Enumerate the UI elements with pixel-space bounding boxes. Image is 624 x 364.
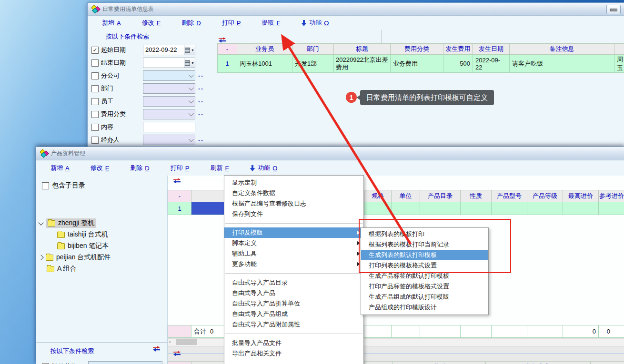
menu-item-custom-condition[interactable]: 自定义条件数据 [224, 188, 363, 198]
branch-checkbox[interactable] [91, 72, 99, 79]
menu-item-export-files[interactable]: 导出产品相关文件 [224, 348, 363, 359]
browse-button[interactable]: ·· [198, 137, 204, 144]
menu-item-save-file[interactable]: 保存到文件 [224, 209, 363, 219]
col-dictionary[interactable]: 数据字典 [486, 361, 591, 364]
submenu-item-generate-composition-template[interactable]: 生成产品组成的默认打印模版 [361, 292, 488, 302]
menu-item-import-attrs[interactable]: 自由式导入产品附加属性 [224, 319, 363, 330]
submenu-item-print-current[interactable]: 根据列表的模板打印当前记录 [361, 239, 488, 250]
col-ref-price[interactable]: 参考进价 [599, 190, 624, 202]
menu-print[interactable]: 打印P [222, 19, 241, 27]
swap-columns-icon[interactable] [173, 178, 181, 184]
tree-node-bijiben[interactable]: bijiben 笔记本 [39, 240, 165, 252]
col-seq[interactable]: - [168, 190, 191, 202]
expense-filter-panel: 按以下条件检索 ✓ 起始日期 2022-09-22 ▼ 结束日期 ▼ [91, 32, 216, 147]
menu-item-display-custom[interactable]: 显示定制 [224, 177, 363, 188]
browse-button[interactable]: ·· [198, 98, 204, 105]
menu-item-print-templates[interactable]: 打印及模版 [224, 227, 363, 238]
menu-add[interactable]: 新增A [102, 19, 121, 27]
col-seq[interactable] [168, 361, 191, 364]
handler-select[interactable] [143, 135, 195, 145]
col-salesman[interactable]: 业务员 [237, 43, 292, 55]
calendar-button[interactable]: ▼ [184, 45, 195, 55]
menu-item-import-conv-unit[interactable]: 自由式导入产品折算单位 [224, 298, 363, 309]
menu-print[interactable]: 打印P [171, 164, 190, 172]
submenu-item-generate-list-template[interactable]: 生成列表的默认打印模板 [361, 250, 488, 260]
calendar-button[interactable]: ▼ [184, 58, 195, 68]
menu-functions[interactable]: 功能O [301, 19, 329, 27]
submenu-item-print-by-template[interactable]: 根据列表的模板打印 [361, 229, 488, 239]
menu-add[interactable]: 新增A [50, 164, 70, 172]
col-title[interactable]: 标题 [334, 43, 391, 55]
col-max-price[interactable]: 最高进价 [563, 190, 599, 202]
menu-item-view-log[interactable]: 根据产品编号查看修改日志 [224, 198, 363, 209]
col-department[interactable]: 部门 [292, 43, 334, 55]
menu-refresh[interactable]: 刷新F [210, 164, 229, 172]
col-seq[interactable]: - [217, 43, 237, 55]
filter-label: 结束日期 [101, 59, 143, 67]
tree-node-a-zuhe[interactable]: A 组合 [39, 263, 165, 275]
minimize-button[interactable] [606, 5, 621, 14]
menu-extract[interactable]: 提取F [262, 19, 280, 27]
browse-button[interactable]: ·· [198, 72, 204, 79]
employee-select[interactable] [143, 96, 195, 107]
menu-item-script[interactable]: 脚本定义 [224, 238, 363, 248]
startdate-checkbox[interactable]: ✓ [91, 47, 99, 54]
col-catalog[interactable]: 产品目录 [420, 190, 461, 202]
browse-button[interactable]: ·· [198, 111, 204, 118]
tree-node-taishiji[interactable]: taishiji 台式机 [39, 229, 165, 240]
expense-table-row[interactable]: 1 周玉林1001 开发1部 20220922北京出差费用 业务费用 500 2… [217, 55, 624, 73]
content-input[interactable] [143, 122, 195, 132]
menu-item-import-product[interactable]: 自由式导入产品 [224, 288, 363, 298]
col-type[interactable]: 类型 [393, 361, 486, 364]
menu-item-batch-import[interactable]: 批量导入产品文件 [224, 338, 363, 348]
browse-button[interactable]: ·· [198, 85, 204, 92]
menu-item-more[interactable]: 更多功能 [224, 259, 363, 269]
menu-item-aux-tools[interactable]: 辅助工具 [224, 248, 363, 259]
tree-node-peijian[interactable]: peijian 台式机配件 [39, 252, 165, 263]
col-unit[interactable]: 单位 [392, 190, 420, 202]
scroll-left-arrow[interactable]: ‹ [169, 339, 171, 344]
expensetype-checkbox[interactable] [91, 111, 99, 118]
expand-icon[interactable] [38, 220, 43, 225]
col-hidden-1[interactable] [191, 190, 225, 202]
startdate-input[interactable]: 2022-09-22 ▼ [143, 45, 195, 55]
col-expense-type[interactable]: 费用分类 [391, 43, 443, 55]
col-spec[interactable]: 规格 [364, 190, 392, 202]
swap-columns-icon[interactable] [218, 37, 226, 43]
unit-select[interactable] [88, 361, 162, 364]
enddate-input[interactable]: ▼ [143, 58, 195, 68]
col-nature[interactable]: 性质 [461, 190, 492, 202]
menu-delete[interactable]: 删除D [181, 19, 201, 27]
submenu-item-generate-label-template[interactable]: 生成产品标签的默认打印模板 [361, 271, 488, 281]
col-remark[interactable]: 备注信息 [510, 43, 614, 55]
expand-icon[interactable] [38, 255, 43, 260]
menu-delete[interactable]: 删除D [130, 164, 149, 172]
menu-edit[interactable]: 修改E [142, 19, 161, 27]
submenu-item-list-template-format[interactable]: 打印列表的模板格式设置 [361, 260, 488, 271]
swap-columns-icon[interactable] [173, 351, 181, 357]
enddate-checkbox[interactable] [91, 59, 99, 67]
content-checkbox[interactable] [91, 124, 99, 131]
expensetype-select[interactable] [143, 109, 195, 119]
branch-select[interactable] [143, 70, 195, 81]
selected-cell[interactable] [191, 202, 225, 215]
submenu-item-composition-template-design[interactable]: 产品组成的打印模版设计 [361, 302, 488, 313]
col-model[interactable]: 产品型号 [492, 190, 527, 202]
employee-checkbox[interactable] [91, 98, 99, 105]
menu-item-import-composition[interactable]: 自由式导入产品组成 [224, 309, 363, 319]
menu-item-import-catalog[interactable]: 自由式导入产品目录 [224, 277, 363, 288]
department-select[interactable] [143, 83, 195, 94]
col-amount[interactable]: 发生费用 [443, 43, 473, 55]
col-partial[interactable] [614, 43, 624, 55]
scroll-thumb[interactable] [176, 339, 197, 345]
menu-functions[interactable]: 功能O [250, 164, 277, 172]
menu-edit[interactable]: 修改E [91, 164, 110, 172]
handler-checkbox[interactable] [91, 137, 99, 144]
department-checkbox[interactable] [91, 85, 99, 92]
submenu-item-label-template-format[interactable]: 打印产品标签的模板格式设置 [361, 281, 488, 292]
include-subdir-checkbox[interactable] [42, 182, 49, 189]
tree-node-zhengji[interactable]: zhengji 整机 [39, 217, 165, 229]
col-date[interactable]: 发生日期 [473, 43, 510, 55]
swap-columns-icon[interactable] [152, 346, 161, 352]
col-grade[interactable]: 产品等级 [527, 190, 563, 202]
